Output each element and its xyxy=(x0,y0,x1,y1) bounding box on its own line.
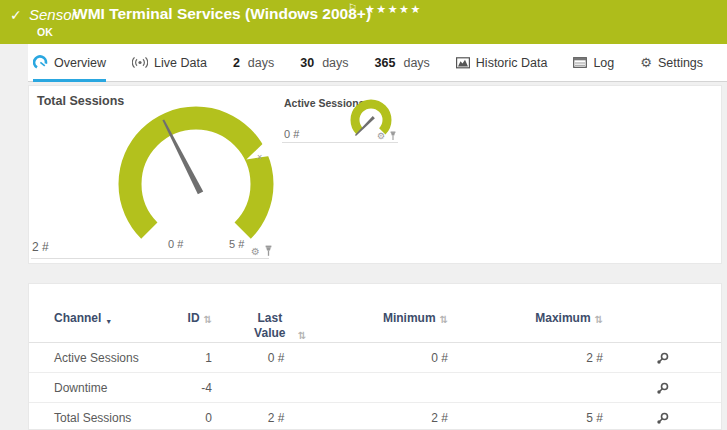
sort-icon[interactable]: ⇅ xyxy=(204,314,212,325)
column-header-last-value[interactable]: Last Value⇅ xyxy=(212,311,340,341)
total-gauge-tools: ⚙ xyxy=(251,245,273,257)
gear-icon: ⚙ xyxy=(640,55,652,70)
tab-number: 365 xyxy=(375,56,396,70)
cell-channel: Downtime xyxy=(29,381,179,395)
tab-historic-data[interactable]: Historic Data xyxy=(456,44,548,82)
gauge-settings-gear-icon[interactable]: ⚙ xyxy=(251,246,260,257)
column-label: Channel xyxy=(54,311,101,325)
status-check-icon: ✓ xyxy=(10,7,22,23)
active-sessions-current-value: 0 # xyxy=(284,128,299,140)
active-gauge-tools: ⚙ xyxy=(377,131,397,141)
column-header-channel[interactable]: Channel▼ xyxy=(29,311,179,325)
sort-icon[interactable]: ⇅ xyxy=(440,314,448,325)
tab-label: Historic Data xyxy=(476,56,548,70)
tab-overview[interactable]: Overview xyxy=(33,44,106,82)
column-label: Maximum xyxy=(535,311,590,325)
cell-id: 0 xyxy=(179,411,212,425)
divider xyxy=(31,258,269,259)
sensor-kind-label: Sensor xyxy=(29,6,77,23)
gauge-arc xyxy=(355,104,387,131)
gauge-scale-max: 5 # xyxy=(229,238,244,250)
gauge-marker-x: × xyxy=(257,152,262,162)
cell-channel: Active Sessions xyxy=(29,351,179,365)
tab-365-days[interactable]: 365 days xyxy=(375,44,430,82)
tab-number: 30 xyxy=(300,56,314,70)
tab-2-days[interactable]: 2 days xyxy=(233,44,274,82)
tab-label: Overview xyxy=(54,56,106,70)
column-header-minimum[interactable]: Minimum⇅ xyxy=(340,311,448,325)
priority-stars[interactable]: ★★★★★ xyxy=(365,3,422,16)
column-label: Minimum xyxy=(383,311,436,325)
tab-label: Log xyxy=(593,56,614,70)
gauge-icon xyxy=(33,55,48,70)
tab-log[interactable]: Log xyxy=(573,44,614,82)
tab-30-days[interactable]: 30 days xyxy=(300,44,348,82)
tab-label: Settings xyxy=(658,56,703,70)
table-header-row: Channel▼ ID⇅ Last Value⇅ Minimum⇅ Maximu… xyxy=(29,284,721,343)
sort-icon[interactable]: ⇅ xyxy=(298,330,306,341)
pin-icon[interactable] xyxy=(389,131,397,141)
chart-icon xyxy=(456,57,470,69)
gauge-arc xyxy=(130,118,262,231)
table-row[interactable]: Total Sessions 0 2 # 2 # 5 # xyxy=(29,403,721,430)
active-sessions-gauge xyxy=(341,90,401,150)
tab-live-data[interactable]: Live Data xyxy=(132,44,207,82)
channel-settings-button[interactable] xyxy=(603,380,721,394)
log-icon xyxy=(573,57,587,68)
column-header-maximum[interactable]: Maximum⇅ xyxy=(448,311,603,325)
channels-table-panel: Channel▼ ID⇅ Last Value⇅ Minimum⇅ Maximu… xyxy=(28,283,722,430)
gauge-scale-min: 0 # xyxy=(168,238,183,250)
column-header-id[interactable]: ID⇅ xyxy=(179,311,212,325)
status-badge: OK xyxy=(37,26,53,38)
tab-label: Live Data xyxy=(154,56,207,70)
cell-minimum: 2 # xyxy=(340,411,448,425)
cell-last-value: 0 # xyxy=(212,351,340,365)
sort-icon[interactable]: ⇅ xyxy=(595,314,603,325)
broadcast-icon xyxy=(132,56,148,69)
channel-settings-icon xyxy=(656,352,669,365)
tab-label: days xyxy=(248,56,274,70)
page-title: WMI Terminal Services (Windows 2008+) xyxy=(73,5,371,23)
column-label: ID xyxy=(188,311,200,325)
column-label: Last Value xyxy=(246,311,294,341)
channel-settings-button[interactable] xyxy=(603,350,721,364)
cell-channel: Total Sessions xyxy=(29,411,179,425)
cell-maximum: 5 # xyxy=(448,411,603,425)
gauges-panel: Total Sessions × 0 # 5 # 2 # ⚙ Active Se… xyxy=(28,85,722,264)
sensor-header-bar: ✓ Sensor WMI Terminal Services (Windows … xyxy=(0,0,727,44)
sort-desc-icon[interactable]: ▼ xyxy=(105,318,112,325)
tab-label: days xyxy=(322,56,348,70)
channel-settings-icon xyxy=(656,382,669,395)
cell-minimum: 0 # xyxy=(340,351,448,365)
cell-maximum: 2 # xyxy=(448,351,603,365)
table-row[interactable]: Active Sessions 1 0 # 0 # 2 # xyxy=(29,343,721,373)
pin-icon[interactable] xyxy=(264,245,273,257)
cell-id: 1 xyxy=(179,351,212,365)
cell-id: -4 xyxy=(179,381,212,395)
gauge-settings-gear-icon[interactable]: ⚙ xyxy=(377,131,385,141)
total-sessions-gauge: × xyxy=(101,96,291,256)
divider xyxy=(282,142,398,143)
tab-bar: Overview Live Data 2 days 30 days 365 da… xyxy=(28,44,727,82)
tab-settings[interactable]: ⚙ Settings xyxy=(640,44,703,82)
channel-settings-button[interactable] xyxy=(603,410,721,424)
priority-flag-icon[interactable]: ⚐ xyxy=(348,2,357,13)
table-row[interactable]: Downtime -4 xyxy=(29,373,721,403)
channel-settings-icon xyxy=(656,412,669,425)
tab-label: days xyxy=(403,56,429,70)
cell-last-value: 2 # xyxy=(212,411,340,425)
tab-number: 2 xyxy=(233,56,240,70)
total-sessions-current-value: 2 # xyxy=(32,240,49,254)
